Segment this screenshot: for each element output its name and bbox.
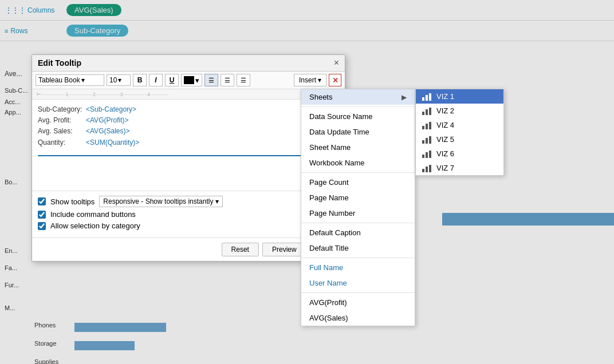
submenu-item-viz7[interactable]: VIZ 7 [416, 161, 503, 175]
svg-rect-5 [429, 108, 431, 115]
edit-tooltip-dialog: Edit Tooltip × Tableau Book ▾ 10 ▾ B I U… [32, 54, 345, 262]
submenu-item-viz2[interactable]: VIZ 2 [416, 104, 503, 118]
menu-item-avg-profit[interactable]: AVG(Profit) [301, 295, 415, 310]
menu-item-data-update-time[interactable]: Data Update Time [301, 124, 415, 140]
size-dropdown-icon: ▾ [118, 76, 121, 84]
menu-separator-5 [301, 292, 415, 293]
svg-rect-8 [429, 122, 431, 129]
submenu-item-viz4[interactable]: VIZ 4 [416, 118, 503, 132]
submenu-item-viz1[interactable]: VIZ 1 [416, 89, 503, 104]
menu-item-user-name[interactable]: User Name [301, 275, 415, 291]
preview-button[interactable]: Preview [262, 243, 306, 256]
svg-rect-10 [426, 138, 428, 144]
selection-by-category-checkbox[interactable] [38, 222, 46, 230]
menu-item-sheets[interactable]: Sheets ▶ [301, 89, 415, 105]
svg-rect-16 [426, 167, 428, 172]
svg-rect-11 [429, 136, 431, 144]
menu-item-page-number[interactable]: Page Number [301, 205, 415, 221]
italic-button[interactable]: I [149, 74, 163, 86]
field-line-subcategory: Sub-Category: <Sub-Category> [38, 104, 339, 115]
editor-ruler: ⊢·················1·················2···… [32, 89, 345, 100]
font-family-select[interactable]: Tableau Book ▾ [36, 74, 104, 86]
submenu-item-viz6[interactable]: VIZ 6 [416, 147, 503, 161]
insert-dropdown-menu: Sheets ▶ Data Source Name Data Update Ti… [301, 89, 415, 326]
viz1-icon [422, 93, 432, 101]
selection-by-category-label: Allow selection by category [50, 221, 140, 230]
svg-rect-6 [422, 126, 424, 129]
close-dialog-button[interactable]: × [334, 58, 339, 68]
show-tooltips-row: Show tooltips Responsive - Show tooltips… [38, 196, 339, 207]
svg-rect-3 [422, 112, 424, 115]
svg-rect-15 [422, 169, 424, 172]
color-swatch [184, 76, 194, 84]
clear-button[interactable]: ✕ [329, 74, 341, 86]
bold-button[interactable]: B [133, 74, 147, 86]
command-buttons-row: Include command buttons [38, 210, 339, 219]
menu-separator-1 [301, 106, 415, 107]
align-left-button[interactable]: ☰ [204, 74, 218, 86]
viz6-icon [422, 150, 432, 158]
insert-dropdown-icon: ▾ [318, 76, 321, 84]
color-dropdown-icon: ▾ [195, 76, 199, 85]
menu-item-avg-sales[interactable]: AVG(Sales) [301, 310, 415, 326]
tooltip-mode-select[interactable]: Responsive - Show tooltips instantly ▾ [99, 196, 223, 207]
command-buttons-checkbox[interactable] [38, 211, 46, 219]
show-tooltips-checkbox[interactable] [38, 197, 46, 205]
field-line-quantity: Quantity: <SUM(Quantity)> [38, 137, 339, 148]
svg-rect-13 [426, 152, 428, 158]
text-cursor [38, 155, 339, 156]
svg-rect-14 [429, 151, 431, 158]
dialog-options: Show tooltips Responsive - Show tooltips… [32, 191, 345, 238]
command-buttons-label: Include command buttons [50, 210, 136, 219]
viz2-icon [422, 107, 432, 115]
sheets-arrow-icon: ▶ [402, 93, 407, 101]
sheets-submenu: VIZ 1 VIZ 2 VIZ 4 [415, 89, 504, 176]
menu-item-workbook-name[interactable]: Workbook Name [301, 155, 415, 171]
svg-rect-4 [426, 109, 428, 115]
text-color-button[interactable]: ▾ [181, 74, 202, 86]
menu-item-full-name[interactable]: Full Name [301, 260, 415, 275]
font-size-select[interactable]: 10 ▾ [107, 74, 131, 86]
dialog-title-bar: Edit Tooltip × [32, 55, 345, 72]
svg-rect-7 [426, 124, 428, 129]
menu-item-default-caption[interactable]: Default Caption [301, 225, 415, 240]
selection-by-category-row: Allow selection by category [38, 221, 339, 230]
editor-toolbar: Tableau Book ▾ 10 ▾ B I U ▾ ☰ ☰ ☰ Insert… [32, 72, 345, 89]
tooltip-mode-dropdown-icon: ▾ [215, 197, 219, 205]
menu-item-page-name[interactable]: Page Name [301, 190, 415, 205]
field-line-sales: Avg. Sales: <AVG(Sales)> [38, 126, 339, 137]
svg-rect-1 [426, 95, 428, 101]
insert-button[interactable]: Insert ▾ [294, 74, 326, 86]
svg-rect-17 [429, 165, 431, 172]
field-line-profit: Avg. Profit: <AVG(Profit)> [38, 115, 339, 126]
dialog-title: Edit Tooltip [38, 58, 81, 68]
menu-separator-4 [301, 258, 415, 258]
editor-content-area[interactable]: Sub-Category: <Sub-Category> Avg. Profit… [32, 100, 345, 191]
svg-rect-0 [422, 97, 424, 101]
viz5-icon [422, 136, 432, 144]
align-right-button[interactable]: ☰ [237, 74, 250, 86]
menu-item-default-title[interactable]: Default Title [301, 240, 415, 256]
svg-rect-9 [422, 140, 424, 144]
align-center-button[interactable]: ☰ [221, 74, 234, 86]
menu-separator-3 [301, 223, 415, 223]
reset-button[interactable]: Reset [222, 243, 259, 256]
menu-item-data-source-name[interactable]: Data Source Name [301, 109, 415, 124]
font-dropdown-icon: ▾ [81, 76, 85, 84]
menu-separator-2 [301, 172, 415, 173]
viz7-icon [422, 164, 432, 172]
submenu-item-viz5[interactable]: VIZ 5 [416, 132, 503, 147]
dialog-footer: Reset Preview OK [32, 238, 345, 261]
show-tooltips-label: Show tooltips [50, 197, 95, 206]
svg-rect-2 [429, 93, 431, 101]
menu-item-page-count[interactable]: Page Count [301, 175, 415, 190]
underline-button[interactable]: U [165, 74, 179, 86]
svg-rect-12 [422, 155, 424, 158]
menu-item-sheet-name[interactable]: Sheet Name [301, 140, 415, 155]
viz4-icon [422, 121, 432, 129]
